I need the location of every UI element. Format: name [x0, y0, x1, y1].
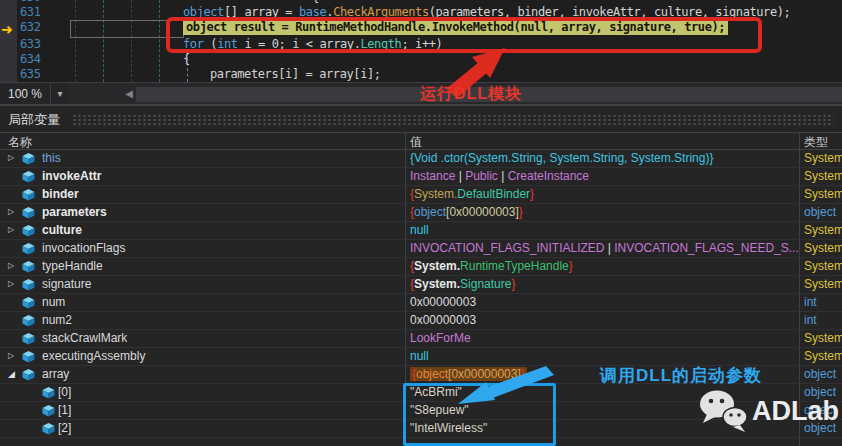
variable-type: System [804, 331, 842, 345]
value-token: | [455, 169, 465, 183]
expand-icon[interactable]: ▷ [8, 153, 14, 162]
zoom-level-control[interactable]: 100 % [0, 83, 50, 105]
code-editor[interactable]: ➜ 630{631object[] array = base.CheckArgu… [0, 0, 842, 82]
column-header-type[interactable]: 类型 [804, 134, 828, 151]
type-token: System [804, 151, 842, 165]
value-token: {Void .ctor(System.String, System.String… [410, 151, 713, 165]
vs-debugger-window: ➜ 630{631object[] array = base.CheckArgu… [0, 0, 842, 446]
field-icon [22, 153, 35, 165]
variable-type: object [804, 205, 842, 219]
variable-value[interactable]: {System.DefaultBinder} [410, 187, 798, 201]
hscroll-left-arrow[interactable]: ◀ [122, 83, 136, 105]
expand-icon[interactable]: ▷ [8, 351, 14, 360]
type-token: System [804, 169, 842, 183]
zoom-dropdown-button[interactable]: ▾ [50, 83, 69, 105]
code-text: { [183, 52, 190, 66]
locals-row-signature[interactable]: ▷signature{System.Signature}System [0, 276, 842, 294]
code-line-635[interactable]: 635parameters[i] = array[i]; [0, 67, 842, 82]
locals-annotation: 调用DLL的启动参数 [600, 364, 762, 387]
value-token: | [498, 169, 508, 183]
variable-type: System [804, 187, 842, 201]
variable-name: num2 [42, 313, 72, 327]
field-icon [22, 243, 35, 255]
variable-value[interactable]: Instance | Public | CreateInstance [410, 169, 798, 183]
value-token: } [519, 205, 523, 219]
variable-value[interactable]: {Void .ctor(System.String, System.String… [410, 151, 798, 165]
field-icon [22, 171, 35, 183]
field-icon [22, 261, 35, 273]
value-token: } [569, 259, 573, 273]
value-token: object [416, 367, 448, 381]
variable-name: [0] [58, 385, 71, 399]
variable-name: num [42, 295, 65, 309]
column-header-value[interactable]: 值 [410, 134, 422, 151]
type-token: int [804, 313, 817, 327]
value-token: 0x00000003 [410, 313, 476, 327]
type-token: System [804, 331, 842, 345]
grid-header: 名称 值 类型 [0, 132, 842, 150]
wechat-logo-icon [696, 388, 750, 434]
locals-row-this[interactable]: ▷this{Void .ctor(System.String, System.S… [0, 150, 842, 168]
locals-panel-titlebar[interactable]: 局部变量 [0, 106, 842, 132]
variable-value[interactable]: {System.RuntimeTypeHandle} [410, 259, 798, 273]
type-token: System [804, 223, 842, 237]
variable-value[interactable]: INVOCATION_FLAGS_INITIALIZED | INVOCATIO… [410, 241, 798, 255]
value-token: Instance [410, 169, 455, 183]
field-icon [22, 315, 35, 327]
locals-row-num2[interactable]: num20x00000003int [0, 312, 842, 330]
expand-icon[interactable]: ▷ [8, 207, 14, 216]
field-icon [22, 279, 35, 291]
field-icon [22, 297, 35, 309]
locals-row-num[interactable]: num0x00000003int [0, 294, 842, 312]
expand-icon[interactable]: ▷ [8, 279, 14, 288]
locals-panel-title: 局部变量 [8, 111, 60, 129]
value-token: object [414, 205, 446, 219]
variable-value[interactable]: {object[0x00000003]} [410, 205, 798, 219]
locals-row-culture[interactable]: ▷culturenullSystem [0, 222, 842, 240]
value-token: INVOCATION_FLAGS_NEED_S... [614, 241, 798, 255]
variable-type: System [804, 259, 842, 273]
editor-annotation: 运行DLL模块 [420, 84, 522, 105]
variable-type: System [804, 151, 842, 165]
field-icon [22, 225, 35, 237]
value-token: null [410, 349, 429, 363]
column-header-name[interactable]: 名称 [8, 134, 32, 151]
variable-name: invocationFlags [42, 241, 125, 255]
variable-name: array [42, 367, 69, 381]
code-text: { [312, 0, 319, 4]
field-icon [22, 369, 35, 381]
variable-value[interactable]: null [410, 349, 798, 363]
expand-icon[interactable]: ▷ [8, 261, 14, 270]
field-icon [42, 387, 55, 399]
locals-row-invocationFlags[interactable]: invocationFlagsINVOCATION_FLAGS_INITIALI… [0, 240, 842, 258]
variable-value[interactable]: 0x00000003 [410, 295, 798, 309]
expand-icon[interactable]: ▷ [8, 225, 14, 234]
collapse-icon[interactable]: ◢ [8, 369, 15, 379]
locals-row-typeHandle[interactable]: ▷typeHandle{System.RuntimeTypeHandle}Sys… [0, 258, 842, 276]
code-line-634[interactable]: 634{ [0, 52, 842, 68]
variable-value[interactable]: null [410, 223, 798, 237]
code-token: parameters[i] = array[i]; [210, 67, 381, 81]
field-icon [22, 189, 35, 201]
type-token: System [804, 241, 842, 255]
variable-value[interactable]: {System.Signature} [410, 277, 798, 291]
locals-row-stackCrawlMark[interactable]: stackCrawlMarkLookForMeSystem [0, 330, 842, 348]
variable-value[interactable]: LookForMe [410, 331, 798, 345]
value-token: Public [465, 169, 498, 183]
field-icon [22, 333, 35, 345]
locals-row-parameters[interactable]: ▷parameters{object[0x00000003]}object [0, 204, 842, 222]
variable-name: [2] [58, 421, 71, 435]
line-number: 630 [20, 0, 54, 4]
variable-name: stackCrawlMark [42, 331, 127, 345]
locals-row-invokeAttr[interactable]: invokeAttrInstance | Public | CreateInst… [0, 168, 842, 186]
value-token: } [530, 187, 534, 201]
code-text: parameters[i] = array[i]; [210, 67, 381, 81]
variable-value[interactable]: 0x00000003 [410, 313, 798, 327]
value-token: null [410, 223, 429, 237]
variable-type: object [804, 367, 842, 381]
locals-row-binder[interactable]: binder{System.DefaultBinder}System [0, 186, 842, 204]
type-token: System [804, 259, 842, 273]
type-token: object [804, 205, 836, 219]
variable-name: typeHandle [42, 259, 103, 273]
value-token: 0x00000003 [410, 295, 476, 309]
